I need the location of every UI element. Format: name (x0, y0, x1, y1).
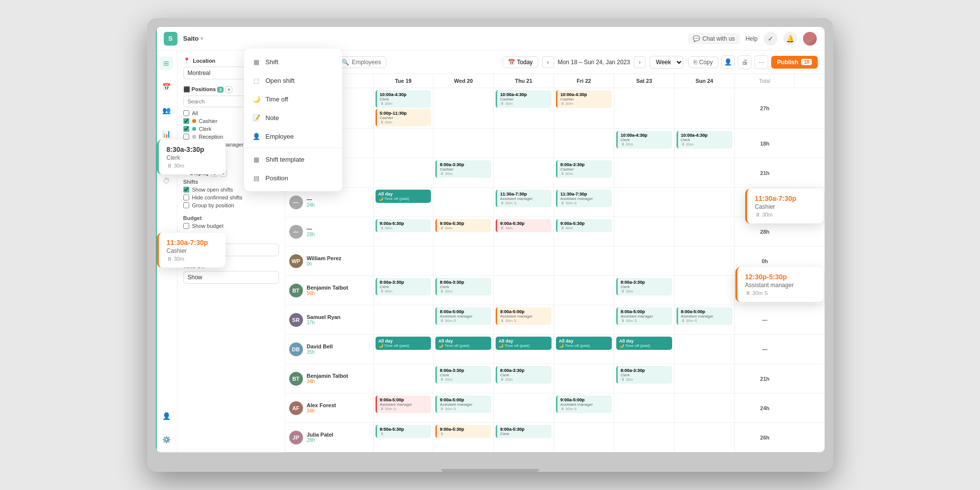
shift-cell[interactable]: 9:00a-5:30p ⏸ 30m (494, 217, 554, 246)
shift-block[interactable]: 8:00a-5:00p Assistant manager ⏸ 30m S (677, 307, 732, 325)
shift-block[interactable]: 8:00a-3:30p Clerk ⏸ 30m (376, 278, 431, 295)
shift-cell[interactable] (494, 393, 554, 422)
shift-block[interactable]: 8:00a-3:30p Clerk ⏸ 30m (616, 366, 672, 384)
shift-block[interactable]: 8:00a-3:30p Clerk ⏸ 30m (616, 278, 672, 295)
shift-cell[interactable]: 9:00a-5:30p ⏸ 30m (433, 217, 494, 246)
shift-block[interactable]: 9:00a-5:30p ⏸ 30m (496, 219, 552, 232)
menu-item-time-off[interactable]: 🌙 Time off (285, 90, 342, 108)
shift-cell[interactable]: 8:00a-5:00p Assistant manager ⏸ 30m S (433, 305, 494, 334)
shift-cell[interactable]: 9:00a-5:00p Assistant manager ⏸ 30m S (374, 393, 434, 422)
shift-block[interactable]: 10:00a-4:30p Clerk ⏸ 30m (376, 90, 431, 108)
shift-cell[interactable]: 10:00a-4:30p Cashier ⏸ 30m (554, 88, 614, 128)
shift-cell[interactable] (554, 364, 614, 393)
shift-block-time-off[interactable]: All day 🌙 Time off (paid) (376, 190, 431, 203)
menu-item-employee[interactable]: 👤 Employee (285, 127, 342, 146)
shift-block[interactable]: 10:00a-4:30p Cashier ⏸ 30m (556, 90, 612, 108)
shift-block[interactable]: 8:00a-5:00p Assistant manager ⏸ 30m S (435, 307, 491, 325)
shift-cell[interactable]: All day 🌙 Time off (paid) (554, 335, 614, 364)
shift-block[interactable]: 8:00a-3:30p Clerk ⏸ 30m (496, 366, 552, 384)
print-icon-button[interactable]: 🖨 (738, 55, 752, 69)
shift-cell[interactable] (554, 305, 614, 334)
shift-cell[interactable] (675, 393, 735, 422)
shift-cell[interactable]: 9:00a-5:30p ⏸ (374, 423, 434, 452)
shift-cell[interactable]: 8:00a-3:30p Cashier ⏸ 30m (433, 158, 494, 187)
shift-cell[interactable]: 8:00a-3:30p Clerk ⏸ 30m (614, 276, 675, 305)
shift-block[interactable]: 9:00a-5:00p Assistant manager ⏸ 30m S (376, 395, 431, 413)
checkmark-icon[interactable]: ✓ (764, 32, 778, 46)
shift-cell[interactable]: 11:30a-7:30p Assistant manager ⏸ 30m S (494, 188, 554, 217)
shift-block[interactable]: 8:00a-3:30p Cashier ⏸ 30m (435, 160, 491, 178)
shift-cell[interactable]: 8:00a-3:30p Clerk ⏸ 30m (494, 364, 554, 393)
shift-cell[interactable] (374, 364, 434, 393)
shift-cell[interactable] (554, 423, 614, 452)
menu-item-shift[interactable]: ▦ Shift (285, 52, 342, 71)
employees-search[interactable]: 🔍 Employees (336, 56, 386, 68)
shift-block[interactable]: 8:00a-3:30p Cashier ⏸ 30m (556, 160, 612, 178)
shift-cell[interactable] (494, 246, 554, 275)
shift-cell[interactable]: 9:00a-5:00p Assistant manager ⏸ 30m S (433, 393, 494, 422)
more-icon-button[interactable]: ··· (754, 55, 768, 69)
shift-cell[interactable] (614, 88, 675, 128)
shift-cell[interactable]: 8:00a-3:30p Clerk ⏸ 30m (614, 364, 675, 393)
shift-block[interactable]: 10:00a-4:30p Clerk ⏸ 30m (677, 131, 732, 148)
shift-cell[interactable]: 8:00a-5:00p Assistant manager ⏸ 30m S (675, 305, 735, 334)
shift-block[interactable]: 9:00a-5:00p Assistant manager ⏸ 30m S (556, 395, 612, 413)
shift-cell[interactable] (614, 188, 675, 217)
menu-item-note[interactable]: 📝 Note (285, 108, 342, 127)
shift-cell[interactable] (433, 88, 494, 128)
shift-cell[interactable] (675, 188, 735, 217)
shift-cell[interactable]: All day 🌙 Time off (paid) (494, 335, 554, 364)
nav-home-icon[interactable]: ⊞ (159, 56, 173, 70)
shift-cell[interactable] (494, 276, 554, 305)
nav-time-icon[interactable]: ⏱ (159, 174, 173, 188)
shift-cell[interactable] (675, 335, 735, 364)
shift-cell[interactable]: 8:00a-5:00p Assistant manager ⏸ 30m S (494, 305, 554, 334)
shift-cell[interactable] (554, 246, 614, 275)
shift-cell[interactable]: All day 🌙 Time off (paid) (614, 335, 675, 364)
shift-cell[interactable] (675, 423, 735, 452)
menu-item-open-shift[interactable]: ⬚ Open shift (285, 71, 342, 90)
shift-cell[interactable]: 8:00a-3:30p Clerk ⏸ 30m (433, 364, 494, 393)
shift-cell[interactable]: 9:00a-5:30p ⏸ (433, 423, 494, 452)
shift-block[interactable]: 9:00a-5:30p ⏸ (376, 425, 431, 438)
shift-cell[interactable]: 10:00a-4:30p Cashier ⏸ 30m (494, 88, 554, 128)
shift-cell[interactable]: 10:00a-4:30p Clerk ⏸ 30m (675, 129, 735, 158)
shift-block[interactable]: 9:00a-5:30p ⏸ 30m (376, 219, 431, 232)
shift-cell[interactable] (494, 158, 554, 187)
shift-cell[interactable] (433, 188, 494, 217)
shift-cell[interactable] (675, 158, 735, 187)
menu-item-shift-template[interactable]: ▦ Shift template (285, 150, 342, 169)
shift-block-time-off[interactable]: All day 🌙 Time off (paid) (556, 337, 612, 350)
shift-block-time-off[interactable]: All day 🌙 Time off (paid) (616, 337, 672, 350)
menu-item-position[interactable]: ▤ Position (285, 169, 342, 187)
shift-cell[interactable] (675, 246, 735, 275)
shift-cell[interactable] (675, 88, 735, 128)
shift-cell[interactable]: 9:00a-5:30p ⏸ 30m (554, 217, 614, 246)
nav-calendar-icon[interactable]: 📅 (159, 80, 173, 94)
prev-week-button[interactable]: ‹ (542, 56, 554, 68)
shift-cell[interactable] (374, 246, 434, 275)
shift-cell[interactable]: 8:00a-3:30p Clerk ⏸ 30m (374, 276, 434, 305)
chat-button[interactable]: 💬 Chat with us (688, 33, 740, 44)
shift-cell[interactable] (554, 129, 614, 158)
help-link[interactable]: Help (746, 35, 758, 42)
shift-cell[interactable] (374, 305, 434, 334)
week-select[interactable]: Week (650, 56, 683, 69)
shift-cell[interactable]: 10:00a-4:30p Clerk ⏸ 30m 5:00p-11:30p Ca… (374, 88, 434, 128)
shift-block[interactable]: 9:00a-5:30p ⏸ (435, 425, 491, 438)
today-button[interactable]: 📅 Today (503, 56, 538, 68)
next-week-button[interactable]: › (634, 56, 646, 68)
shift-block[interactable]: 8:00a-3:30p Clerk ⏸ 30m (435, 366, 491, 384)
nav-team-icon[interactable]: 👤 (159, 409, 173, 423)
shift-cell[interactable]: All day 🌙 Time off (paid) (433, 335, 494, 364)
shift-cell[interactable] (614, 158, 675, 187)
nav-settings-icon[interactable]: ⚙️ (159, 433, 173, 446)
shift-block[interactable]: 11:30a-7:30p Assistant manager ⏸ 30m S (556, 190, 612, 207)
publish-button[interactable]: Publish 18 (771, 56, 817, 69)
shift-block[interactable]: 5:00p-11:30p Cashier ⏸ 30m (376, 109, 431, 126)
shift-block[interactable]: 10:00a-4:30p Clerk ⏸ 30m (616, 131, 672, 148)
bell-icon[interactable]: 🔔 (783, 32, 797, 46)
shift-cell[interactable]: 9:00a-5:00p Assistant manager ⏸ 30m S (554, 393, 614, 422)
nav-chart-icon[interactable]: 📊 (159, 127, 173, 141)
shift-cell[interactable] (433, 129, 494, 158)
